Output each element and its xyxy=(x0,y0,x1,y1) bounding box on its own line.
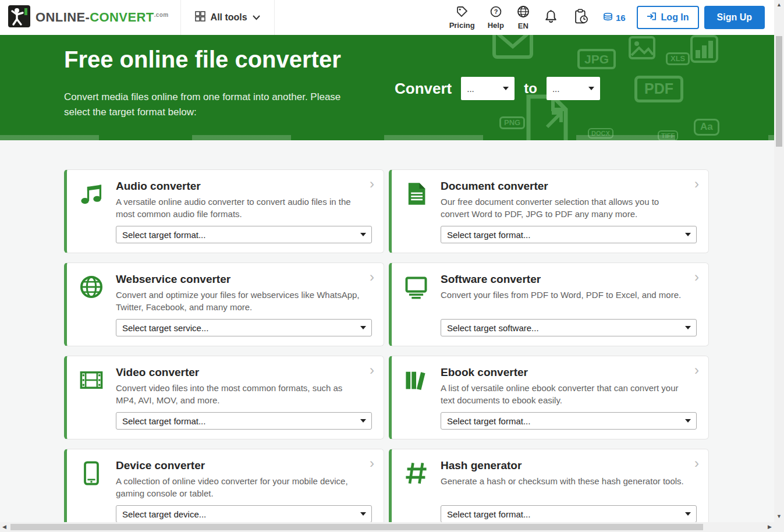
scroll-left-arrow[interactable]: ◀ xyxy=(2,524,6,530)
login-label: Log In xyxy=(661,12,689,23)
scroll-right-arrow[interactable]: ▶ xyxy=(768,524,772,530)
webservice-target-select[interactable]: Select target service... xyxy=(116,319,372,336)
software-converter-card: › Software converter Convert your files … xyxy=(389,263,709,346)
card-description: A collection of online video converter f… xyxy=(116,475,363,500)
target-format-value: ... xyxy=(552,84,560,94)
film-icon xyxy=(79,367,104,407)
coin-count: 16 xyxy=(616,13,626,23)
pricing-link[interactable]: Pricing xyxy=(443,6,481,30)
card-description: Convert and optimize your files for webs… xyxy=(116,289,363,314)
chevron-right-icon[interactable]: › xyxy=(694,456,699,470)
card-description: A list of versatile online ebook convert… xyxy=(441,382,687,407)
grid-icon xyxy=(195,11,205,24)
converter-grid: › Audio converter A versatile online aud… xyxy=(64,169,774,522)
document-format-select[interactable]: Select target format... xyxy=(441,226,697,243)
price-tag-icon xyxy=(456,6,468,19)
device-converter-card: › Device converter A collection of onlin… xyxy=(64,449,384,522)
all-tools-label: All tools xyxy=(211,12,247,23)
coins-icon xyxy=(602,12,613,23)
all-tools-menu[interactable]: All tools xyxy=(181,0,274,35)
card-title-link[interactable]: Document converter xyxy=(441,180,687,193)
ebook-converter-card: › Ebook converter A list of versatile on… xyxy=(389,356,709,439)
hash-icon xyxy=(403,460,429,488)
arrow-up-right-icon xyxy=(544,109,565,130)
chevron-right-icon[interactable]: › xyxy=(694,363,699,377)
bell-icon xyxy=(544,9,558,26)
card-description: Convert video files into the most common… xyxy=(116,382,363,407)
notifications-button[interactable] xyxy=(536,9,566,26)
help-label: Help xyxy=(488,21,504,30)
card-description: A versatile online audio converter to co… xyxy=(116,196,363,221)
globe-icon xyxy=(79,274,104,314)
tiff-badge: TIFF xyxy=(658,130,678,140)
document-icon xyxy=(403,181,429,221)
chevron-right-icon[interactable]: › xyxy=(370,363,374,377)
svg-text:?: ? xyxy=(494,8,498,15)
hash-format-select[interactable]: Select target format... xyxy=(441,505,697,522)
scroll-up-arrow[interactable]: ▲ xyxy=(776,2,782,8)
card-description: Convert your files from PDF to Word, PDF… xyxy=(441,289,687,301)
device-target-select[interactable]: Select target device... xyxy=(116,505,372,522)
chevron-down-icon xyxy=(253,12,260,23)
converter-grid-section: › Audio converter A versatile online aud… xyxy=(0,140,774,522)
scrollbar-corner xyxy=(774,522,784,532)
signup-button[interactable]: Sign Up xyxy=(704,6,765,29)
clipboard-clock-icon xyxy=(574,9,588,27)
card-title-link[interactable]: Device converter xyxy=(116,459,363,472)
logo[interactable]: ONLINE-CONVERT.com xyxy=(8,5,169,30)
audio-format-select[interactable]: Select target format... xyxy=(116,226,372,243)
card-title-link[interactable]: Software converter xyxy=(441,273,687,286)
smartphone-icon xyxy=(79,460,104,500)
pdf-badge: PDF xyxy=(634,76,683,102)
software-target-select[interactable]: Select target software... xyxy=(441,319,697,336)
logo-icon xyxy=(8,5,30,30)
chevron-right-icon[interactable]: › xyxy=(694,270,699,284)
chevron-down-icon xyxy=(588,87,594,90)
history-button[interactable] xyxy=(566,9,597,27)
envelope-icon xyxy=(492,35,534,61)
target-format-select[interactable]: ... xyxy=(547,77,600,100)
card-title-link[interactable]: Ebook converter xyxy=(441,366,687,379)
source-format-select[interactable]: ... xyxy=(461,77,515,100)
hero-banner: JPG XLS PDF PNG DOCX xyxy=(0,35,774,140)
vertical-scrollbar[interactable]: ▲ ▼ xyxy=(774,0,784,532)
source-format-value: ... xyxy=(467,84,474,94)
horizontal-scrollbar[interactable]: ◀ ▶ xyxy=(0,522,774,532)
card-title-link[interactable]: Audio converter xyxy=(116,180,363,193)
login-arrow-icon xyxy=(647,12,657,23)
chevron-right-icon[interactable]: › xyxy=(370,177,374,191)
card-title-link[interactable]: Hash generator xyxy=(441,459,687,472)
logo-wordmark: ONLINE-CONVERT.com xyxy=(36,10,169,25)
monitor-icon xyxy=(403,274,429,302)
card-title-link[interactable]: Video converter xyxy=(116,366,363,379)
card-title-link[interactable]: Webservice converter xyxy=(116,273,363,286)
hash-generator-card: › Hash generator Generate a hash or chec… xyxy=(389,449,709,522)
coin-balance[interactable]: 16 xyxy=(597,12,632,23)
convert-label: Convert xyxy=(395,80,452,98)
scroll-down-arrow[interactable]: ▼ xyxy=(776,514,782,519)
vertical-scrollbar-thumb[interactable] xyxy=(776,36,782,147)
help-link[interactable]: ? Help xyxy=(481,6,510,30)
chevron-down-icon xyxy=(503,87,509,90)
docx-badge: DOCX xyxy=(588,128,613,139)
webservice-converter-card: › Webservice converter Convert an xyxy=(64,263,384,346)
header: ONLINE-CONVERT.com All tools xyxy=(0,0,774,35)
books-icon xyxy=(403,367,429,407)
bar-chart-icon xyxy=(690,35,718,65)
xls-badge: XLS xyxy=(666,52,690,65)
chevron-right-icon[interactable]: › xyxy=(370,456,374,470)
login-button[interactable]: Log In xyxy=(637,6,699,29)
page-title: Free online file converter xyxy=(64,47,341,73)
hero-bottom-strip xyxy=(0,135,774,140)
chevron-right-icon[interactable]: › xyxy=(694,177,699,191)
chevron-right-icon[interactable]: › xyxy=(370,270,374,284)
header-divider xyxy=(274,0,275,35)
signup-label: Sign Up xyxy=(717,12,752,22)
music-note-icon xyxy=(79,181,104,221)
question-circle-icon: ? xyxy=(490,6,502,19)
horizontal-scrollbar-thumb[interactable] xyxy=(10,524,703,530)
ebook-format-select[interactable]: Select target format... xyxy=(441,412,697,430)
language-select[interactable]: EN xyxy=(510,5,536,30)
audio-converter-card: › Audio converter A versatile online aud… xyxy=(64,169,384,253)
video-format-select[interactable]: Select target format... xyxy=(116,412,372,430)
